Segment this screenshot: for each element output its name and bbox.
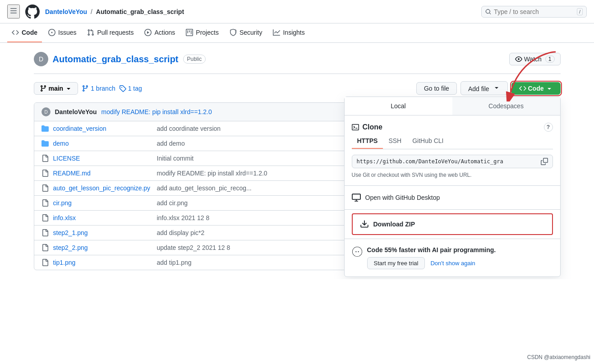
tab-issues-label: Issues: [58, 29, 76, 36]
tab-actions-label: Actions: [154, 29, 175, 36]
toolbar: main 1 branch 1 tag Go to file: [34, 81, 561, 95]
file-name-8[interactable]: step2_2.png: [53, 244, 152, 251]
file-icon-8: [41, 244, 49, 251]
eye-icon: [515, 55, 522, 63]
zip-icon: [360, 220, 369, 229]
file-icon-5: [41, 199, 49, 207]
pr-icon: [87, 29, 94, 36]
add-file-chevron-icon: [493, 84, 500, 91]
copy-url-button[interactable]: [541, 158, 548, 165]
file-name-3[interactable]: README.md: [53, 170, 152, 177]
add-file-button[interactable]: Add file: [460, 81, 508, 95]
clone-help-icon[interactable]: ?: [544, 123, 553, 132]
tab-code[interactable]: Code: [7, 23, 42, 42]
tab-pullrequests[interactable]: Pull requests: [83, 23, 138, 42]
tab-insights-label: Insights: [283, 29, 304, 36]
insights-icon: [273, 29, 280, 36]
avatar-image: D: [34, 52, 48, 66]
tag-icon: [119, 85, 126, 92]
dont-show-link[interactable]: Don't show again: [430, 260, 475, 267]
issues-icon: [48, 29, 55, 36]
dropdown-tab-codespaces[interactable]: Codespaces: [452, 97, 560, 115]
repo-title[interactable]: Automatic_grab_class_script: [53, 54, 179, 65]
branch-count-info[interactable]: 1 branch: [82, 85, 115, 92]
code-icon: [12, 29, 19, 36]
clone-tab-ssh[interactable]: SSH: [383, 134, 407, 149]
file-name-9[interactable]: tip1.png: [53, 259, 152, 266]
tab-issues[interactable]: Issues: [44, 23, 81, 42]
trial-button[interactable]: Start my free trial: [367, 257, 425, 269]
branch-count-icon: [82, 85, 89, 92]
breadcrumb-user[interactable]: DanteloVeYou: [45, 8, 87, 15]
projects-icon: [186, 29, 193, 36]
ai-promo-text: Code 55% faster with AI pair programming…: [367, 246, 496, 253]
file-name-4[interactable]: auto_get_lesson_pic_recognize.py: [53, 184, 152, 192]
page-header: DanteloVeYou / Automatic_grab_class_scri…: [0, 0, 594, 23]
chevron-down-icon: [65, 85, 72, 92]
hamburger-menu[interactable]: [7, 5, 20, 18]
clone-tab-cli[interactable]: GitHub CLI: [407, 134, 449, 149]
tab-projects[interactable]: Projects: [181, 23, 223, 42]
clone-protocol-tabs: HTTPS SSH GitHub CLI: [352, 134, 553, 149]
ai-promo-section: Code 55% faster with AI pair programming…: [345, 239, 560, 276]
desktop-icon: [352, 193, 361, 202]
ai-actions: Start my free trial Don't show again: [367, 257, 496, 269]
nav-tabs: Code Issues Pull requests Actions Projec…: [0, 23, 594, 43]
branch-selector[interactable]: main: [34, 82, 78, 95]
breadcrumb-separator: /: [91, 8, 92, 15]
tag-count-label: 1 tag: [128, 85, 142, 92]
code-btn-icon: [519, 85, 526, 92]
code-btn-wrapper: Code: [511, 82, 561, 95]
main-content: D Automatic_grab_class_script Public Wat…: [27, 43, 568, 279]
code-dropdown-panel: Local Codespaces Clone ?: [344, 97, 561, 277]
file-name-5[interactable]: cir.png: [53, 199, 152, 207]
file-name-2[interactable]: LICENSE: [53, 155, 152, 162]
breadcrumb: DanteloVeYou / Automatic_grab_class_scri…: [45, 8, 184, 15]
file-name-0[interactable]: coordinate_version: [53, 125, 152, 132]
file-icon-2: [41, 155, 49, 162]
code-button[interactable]: Code: [511, 82, 561, 95]
tab-security[interactable]: Security: [225, 23, 267, 42]
clone-url-box: https://github.com/DanteIoVeYou/Automati…: [352, 155, 553, 168]
tag-count-info[interactable]: 1 tag: [119, 85, 142, 92]
file-name-6[interactable]: info.xlsx: [53, 214, 152, 221]
tab-insights[interactable]: Insights: [268, 23, 309, 42]
search-input[interactable]: [494, 8, 574, 15]
clone-tab-https[interactable]: HTTPS: [352, 134, 383, 149]
file-name-7[interactable]: step2_1.png: [53, 229, 152, 236]
toolbar-right: Go to file Add file Code: [416, 81, 561, 95]
clone-url-text: https://github.com/DanteIoVeYou/Automati…: [357, 158, 537, 165]
clone-title: Clone ?: [352, 123, 553, 132]
tab-pr-label: Pull requests: [97, 29, 134, 36]
toolbar-wrapper: main 1 branch 1 tag Go to file: [34, 81, 561, 95]
code-btn-label: Code: [528, 85, 544, 92]
dropdown-tab-local[interactable]: Local: [345, 97, 452, 115]
goto-file-button[interactable]: Go to file: [416, 82, 457, 95]
dropdown-tab-bar: Local Codespaces: [345, 97, 560, 115]
svg-text:D: D: [38, 55, 43, 63]
svn-hint: Use Git or checkout with SVN using the w…: [352, 172, 553, 178]
watch-button[interactable]: Watch 1: [509, 53, 561, 65]
file-icon-7: [41, 229, 49, 236]
folder-icon-0: [41, 125, 49, 132]
search-bar[interactable]: /: [481, 6, 587, 18]
commit-author-name[interactable]: DanteloVeYou: [55, 108, 97, 115]
tab-actions[interactable]: Actions: [140, 23, 180, 42]
branch-icon: [40, 85, 47, 92]
svg-text:D: D: [44, 110, 47, 115]
repo-avatar: D: [34, 52, 48, 66]
watch-label: Watch: [524, 55, 542, 63]
file-name-1[interactable]: demo: [53, 140, 152, 147]
commit-author-avatar: D: [41, 107, 51, 116]
ai-promo-content: Code 55% faster with AI pair programming…: [367, 246, 496, 269]
repo-visibility-badge: Public: [183, 55, 206, 64]
file-icon-3: [41, 170, 49, 177]
breadcrumb-repo[interactable]: Automatic_grab_class_script: [96, 8, 184, 15]
search-icon: [485, 8, 491, 15]
download-zip-option[interactable]: Download ZIP: [352, 213, 553, 235]
search-shortcut: /: [577, 8, 583, 15]
file-icon-6: [41, 214, 49, 221]
folder-icon-1: [41, 140, 49, 147]
open-desktop-option[interactable]: Open with GitHub Desktop: [345, 186, 560, 209]
commit-message[interactable]: modify README: pip install xlrd==1.2.0: [101, 108, 212, 115]
